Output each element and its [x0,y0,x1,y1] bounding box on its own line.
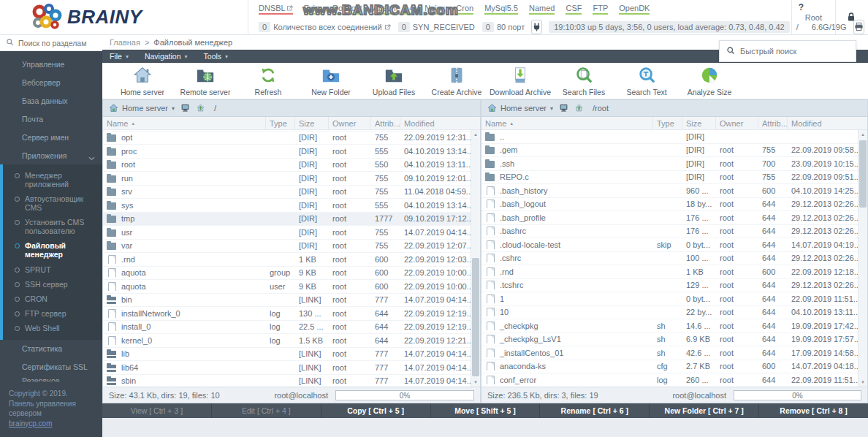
sidebar-item-[interactable]: Сервер имен [0,128,102,146]
sidebar-item-ssl[interactable]: Сертификаты SSL [0,358,102,376]
breadcrumb-[interactable]: Файловый менеджер [153,38,232,47]
column-header-attrib[interactable]: Attrib... [758,117,788,129]
file-row[interactable]: _installCentos_01sh42.6 ...root64417.09.… [481,346,858,360]
sidebar-item-[interactable]: Приложения [0,146,102,164]
file-row[interactable]: .bash_logout18 by...root64429.12.2013 02… [481,198,858,212]
column-header-size[interactable]: Size [682,117,716,129]
file-row[interactable]: lib[LINK]root77714.07.2019 04:14... [103,348,471,362]
help-icon[interactable]: ? [799,2,804,12]
footer-new-folderbutton[interactable]: New Folder [ Ctrl + 7 ] [650,403,759,418]
file-row[interactable]: .cshrc100 ...root64429.12.2013 02:26... [481,252,858,266]
column-header-modified[interactable]: Modified [400,117,471,129]
sidebar-item-[interactable]: Вебсервер [0,73,102,91]
file-row[interactable]: ..[DIR] [481,130,858,144]
column-header-owner[interactable]: Owner [329,117,371,129]
go-home-button[interactable] [574,103,584,114]
scrollbar[interactable]: ▲ ▼ [471,130,480,387]
column-header-name[interactable]: Name▲ [481,117,653,129]
menu-tools[interactable]: Tools▾ [204,52,229,61]
toolbar-analyze-size-button[interactable]: Analyze Size [679,64,739,98]
file-row[interactable]: sys[DIR]root55504.10.2019 13:14... [103,199,471,213]
scroll-down-icon[interactable]: ▼ [859,378,867,387]
file-row[interactable]: root[DIR]root55004.10.2019 13:11... [103,159,471,172]
file-row[interactable]: proc[DIR]root55504.10.2019 13:14... [103,145,471,159]
toolbar-search-files-button[interactable]: Search Files [554,64,614,98]
server-select[interactable]: Home server ▾ [109,103,175,114]
service-link-dnsbl[interactable]: DNSBL [259,4,293,15]
scroll-thumb[interactable] [859,140,867,208]
toolbar-refresh-button[interactable]: Refresh [238,64,298,98]
toolbar-create-archive-button[interactable]: Create Archive [427,64,487,98]
footer-copybutton[interactable]: Copy [ Ctrl + 5 ] [321,403,431,418]
file-row[interactable]: _checkpkg_LsV1sh6.9 KBroot64419.09.2019 … [481,333,858,347]
file-row[interactable]: conf_errorlog260 ...root64422.09.2019 11… [481,373,858,387]
column-header-owner[interactable]: Owner [716,117,758,129]
sidebar-item-cron[interactable]: CRON [3,292,102,306]
file-row[interactable]: tmp[DIR]root177709.10.2019 17:12... [103,213,471,227]
column-header-type[interactable]: Type [266,117,295,129]
server-select[interactable]: Home server ▾ [487,103,553,114]
file-row[interactable]: sbin[LINK]root77714.07.2019 04:14... [103,375,471,387]
file-row[interactable]: _checkpkgsh14.6 ...root64419.09.2019 17:… [481,319,858,333]
column-header-name[interactable]: Name▲ [103,117,266,129]
footer-viewbutton[interactable]: View [ Ctrl + 3 ] [102,403,212,418]
quick-search[interactable] [719,40,856,62]
sidebar-item-[interactable]: База данных [0,91,102,110]
file-row[interactable]: kernel_0log1.5 KBroot64422.09.2019 12:21… [103,334,471,348]
sidebar-search[interactable] [0,35,102,51]
file-row[interactable]: .ssh[DIR]root70023.09.2019 10:15... [481,157,858,171]
computer-button[interactable] [559,103,568,114]
sidebar-item-cms[interactable]: Автоустановщик CMS [3,191,102,215]
sidebar-search-input[interactable] [18,39,96,48]
toolbar-new-folder-button[interactable]: New Folder [301,64,361,98]
sidebar-item-web-shell[interactable]: Web Shell [3,321,102,335]
footer-renamebutton[interactable]: Rename [ Ctrl + 6 ] [540,403,650,418]
service-link-named[interactable]: Named [529,4,555,15]
menu-file[interactable]: File▾ [110,52,129,61]
plug-button[interactable] [531,20,542,34]
file-row[interactable]: aquotagroup9 KBroot60022.09.2019 10:00..… [103,267,471,281]
file-row[interactable]: installNetwork_0log130 ...root64422.09.2… [103,307,471,321]
logo[interactable]: BRAINY [0,0,248,34]
file-row[interactable]: anaconda-kscfg2.7 KBroot60014.07.2019 04… [481,360,858,374]
sidebar-item-[interactable]: Статистика [0,340,102,358]
sidebar-item-[interactable]: Управление [0,55,102,73]
toolbar-upload-files-button[interactable]: Upload Files [364,64,424,98]
file-row[interactable]: aquotauser9 KBroot60022.09.2019 10:00... [103,280,471,294]
toolbar-home-server-button[interactable]: Home server [113,64,172,98]
menu-navigation[interactable]: Navigation▾ [145,52,188,61]
scroll-down-icon[interactable]: ▼ [471,378,480,387]
file-row[interactable]: .rnd1 KBroot60022.09.2019 12:18... [481,265,858,279]
toolbar-search-text-button[interactable]: Search Text [617,64,677,98]
toolbar-download-archive-button[interactable]: Download Archive [490,64,551,98]
sidebar-item-[interactable]: Резервное копирование [0,376,102,381]
file-row[interactable]: lib64[LINK]root77714.07.2019 04:14... [103,361,471,375]
file-row[interactable]: .cloud-locale-testskip0 byt...root64414.… [481,238,858,252]
footer-movebutton[interactable]: Move [ Shift + 5 ] [431,403,541,418]
toolbar-remote-server-button[interactable]: Remote server [175,64,235,98]
sidebar-item-ssh[interactable]: SSH сервер [3,277,102,292]
file-row[interactable]: opt[DIR]root75522.09.2019 12:31... [103,132,471,145]
file-row[interactable]: REPO.c[DIR]root75522.09.2019 09:51... [481,171,858,185]
file-row[interactable]: bin[LINK]root77714.07.2019 04:14... [103,294,471,308]
service-link-csf[interactable]: CSF [566,4,582,15]
scroll-up-icon[interactable]: ▲ [859,130,867,139]
column-header-size[interactable]: Size [295,117,329,129]
scrollbar[interactable]: ▲ ▼ [858,130,867,387]
sidebar-item-[interactable]: Менеджер приложений [3,168,102,191]
file-row[interactable]: install_0log22.5 ...root64422.09.2019 12… [103,321,471,335]
sidebar-item-sprut[interactable]: SPRUT [3,262,102,277]
column-header-attrib[interactable]: Attrib... [371,117,400,129]
footer-removebutton[interactable]: Remove [ Ctrl + 8 ] [759,403,868,418]
copyright-link[interactable]: brainycp.com [9,419,52,428]
file-row[interactable]: .bash_history960 ...root60004.10.2019 14… [481,184,858,198]
computer-button[interactable] [180,103,190,114]
sidebar-item-cms[interactable]: Установить CMS пользователю [3,215,102,238]
file-row[interactable]: usr[DIR]root75514.07.2019 04:14... [103,226,471,240]
service-link-opendk[interactable]: OpenDK [619,4,650,15]
file-row[interactable]: .rnd1 KBroot60022.09.2019 12:03... [103,253,471,267]
file-row[interactable]: srv[DIR]root75511.04.2018 04:59... [103,186,471,200]
footer-editbutton[interactable]: Edit [ Ctrl + 4 ] [212,403,321,418]
column-header-modified[interactable]: Modified [788,117,858,129]
scroll-thumb[interactable] [472,258,479,376]
